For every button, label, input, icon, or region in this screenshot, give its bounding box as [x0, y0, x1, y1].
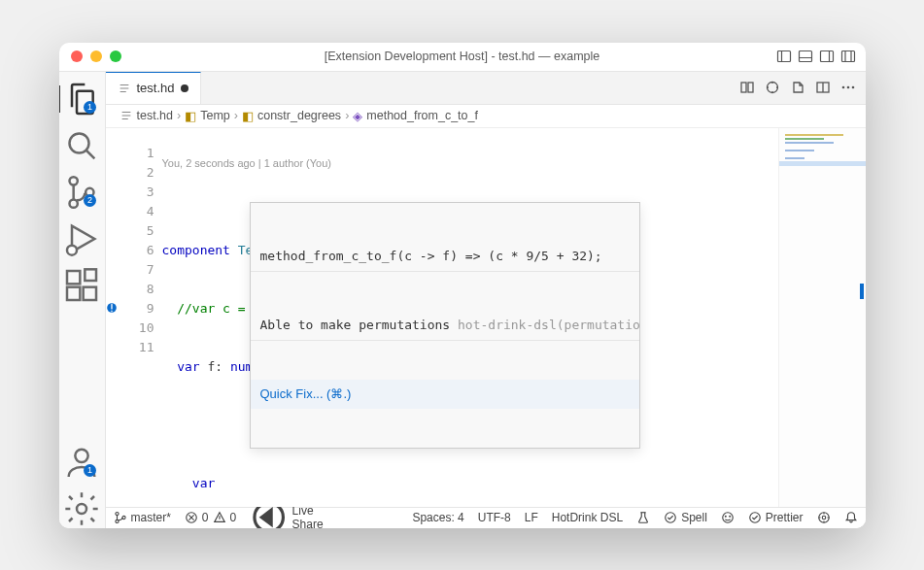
line-numbers: 1 2 3 4 5 6 7 8 9 10 11	[123, 128, 162, 507]
explorer-badge: 1	[84, 101, 96, 114]
svg-rect-26	[748, 83, 753, 92]
status-notifications-icon[interactable]	[844, 511, 858, 524]
compare-changes-icon[interactable]	[739, 80, 755, 95]
svg-point-31	[846, 86, 849, 89]
svg-rect-6	[841, 51, 854, 62]
member-icon: ◧	[242, 109, 254, 123]
quick-fix-link[interactable]: Quick Fix... (⌘.)	[251, 380, 639, 409]
zoom-window-button[interactable]	[110, 50, 121, 62]
svg-point-20	[75, 449, 87, 461]
titlebar: [Extension Development Host] - test.hd —…	[59, 43, 866, 72]
tab-test-hd[interactable]: test.hd	[106, 72, 201, 104]
svg-rect-0	[777, 51, 790, 62]
tab-filename: test.hd	[137, 81, 175, 95]
svg-point-37	[115, 512, 118, 515]
hover-diagnostic: Able to make permutations hot-drink-dsl(…	[251, 311, 639, 341]
svg-line-10	[86, 151, 94, 158]
svg-point-38	[115, 520, 118, 522]
breadcrumbs[interactable]: test.hd › ◧ Temp › ◧ constr_degrees › ◈ …	[106, 105, 866, 128]
chevron-right-icon: ›	[234, 109, 238, 122]
lightbulb-icon[interactable]	[105, 301, 119, 315]
extensions-activity[interactable]	[59, 266, 106, 305]
svg-rect-4	[820, 51, 833, 62]
svg-point-27	[767, 83, 777, 93]
accounts-badge: 1	[84, 464, 96, 477]
more-actions-icon[interactable]	[840, 80, 856, 95]
file-icon	[120, 109, 133, 122]
method-icon: ◈	[353, 109, 362, 123]
settings-activity[interactable]	[59, 489, 106, 528]
svg-point-30	[841, 86, 844, 89]
svg-rect-25	[741, 83, 746, 92]
scm-badge: 2	[84, 194, 96, 207]
search-activity[interactable]	[59, 126, 106, 165]
split-editor-icon[interactable]	[815, 80, 831, 95]
editor-tabs: test.hd	[106, 72, 866, 105]
glyph-margin	[106, 128, 123, 507]
open-changes-icon[interactable]	[790, 80, 805, 95]
dirty-indicator-icon	[181, 84, 188, 92]
svg-rect-2	[799, 51, 811, 62]
svg-point-11	[70, 177, 78, 184]
breadcrumb-class[interactable]: Temp	[200, 109, 230, 122]
breadcrumb-method[interactable]: method_from_c_to_f	[366, 109, 478, 122]
run-debug-activity[interactable]	[59, 219, 106, 258]
svg-point-9	[70, 133, 89, 152]
svg-rect-18	[84, 286, 96, 299]
file-icon	[118, 82, 131, 95]
panel-left-icon[interactable]	[776, 49, 792, 64]
source-control-activity[interactable]: 2	[59, 173, 106, 212]
run-icon[interactable]	[765, 80, 780, 95]
svg-point-32	[851, 86, 854, 89]
svg-point-52	[822, 516, 826, 520]
hover-widget: method_from_c_to_f(c -> f) => (c * 9/5 +…	[250, 202, 640, 449]
chevron-right-icon: ›	[345, 109, 349, 122]
editor-actions	[739, 72, 866, 104]
activity-bar: 1 2 1	[59, 72, 106, 528]
customize-layout-icon[interactable]	[840, 49, 856, 64]
svg-point-21	[77, 504, 86, 514]
codelens-authors[interactable]: You, 2 seconds ago | 1 author (You)	[162, 153, 332, 173]
breadcrumb-file[interactable]: test.hd	[137, 109, 174, 122]
traffic-lights	[71, 50, 121, 62]
class-icon: ◧	[185, 109, 196, 123]
code-area[interactable]: You, 2 seconds ago | 1 author (You) comp…	[162, 128, 778, 507]
titlebar-layout-controls	[776, 49, 856, 64]
svg-rect-19	[85, 269, 96, 281]
breadcrumb-member[interactable]: constr_degrees	[257, 109, 341, 122]
hover-signature: method_from_c_to_f(c -> f) => (c * 9/5 +…	[251, 242, 639, 272]
status-ports-icon[interactable]	[817, 511, 831, 524]
svg-rect-17	[67, 286, 80, 299]
minimap[interactable]	[778, 128, 866, 507]
svg-point-15	[67, 245, 77, 254]
close-window-button[interactable]	[71, 50, 83, 62]
minimize-window-button[interactable]	[90, 50, 102, 62]
editor[interactable]: 1 2 3 4 5 6 7 8 9 10 11 You, 2 seconds a…	[106, 128, 866, 507]
panel-bottom-icon[interactable]	[798, 49, 813, 64]
vscode-window: [Extension Development Host] - test.hd —…	[59, 43, 866, 528]
accounts-activity[interactable]: 1	[59, 443, 106, 482]
window-title: [Extension Development Host] - test.hd —…	[59, 50, 866, 63]
explorer-activity[interactable]: 1	[59, 80, 106, 118]
panel-right-icon[interactable]	[819, 49, 835, 64]
svg-point-12	[70, 199, 78, 207]
chevron-right-icon: ›	[177, 109, 181, 122]
svg-rect-16	[67, 271, 80, 284]
